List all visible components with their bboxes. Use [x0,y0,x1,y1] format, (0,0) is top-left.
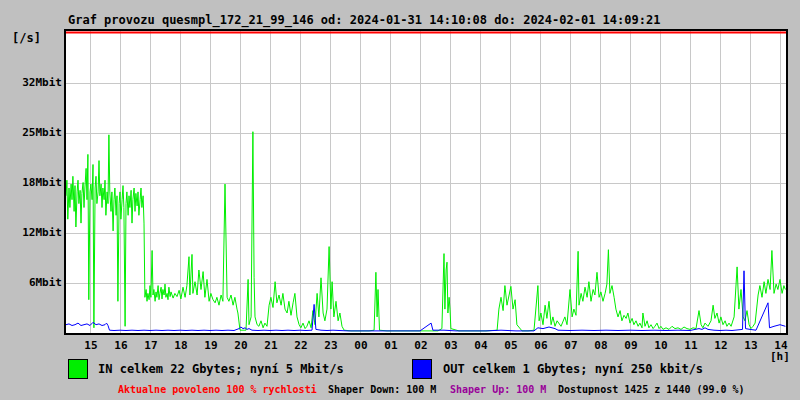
y-tick-label: 18Mbit [0,176,62,189]
x-tick-label: 12 [714,339,727,352]
x-tick-label: 10 [654,339,667,352]
x-tick-label: 01 [384,339,397,352]
plot-area [64,29,788,335]
traffic-chart [66,31,786,333]
out-traffic-line [66,271,785,331]
x-tick-label: 06 [534,339,547,352]
x-tick-label: 22 [294,339,307,352]
x-tick-label: 08 [594,339,607,352]
y-tick-label: 25Mbit [0,126,62,139]
x-tick-label: 16 [114,339,127,352]
x-tick-label: 02 [414,339,427,352]
in-legend-swatch [68,359,88,379]
x-tick-label: 05 [504,339,517,352]
limit-line [66,32,786,34]
y-tick-label: 32Mbit [0,76,62,89]
out-legend-label: OUT celkem 1 Gbytes; nyní 250 kbit/s [443,362,703,376]
traffic-graph-page: Graf provozu quesmpl_172_21_99_146 od: 2… [0,0,800,400]
y-axis-unit-label: [/s] [12,31,41,45]
x-tick-label: 00 [354,339,367,352]
x-tick-label: 03 [444,339,457,352]
x-tick-label: 20 [234,339,247,352]
x-tick-label: 21 [264,339,277,352]
x-tick-label: 17 [144,339,157,352]
y-tick-label: 12Mbit [0,226,62,239]
in-legend-label: IN celkem 22 Gbytes; nyní 5 Mbit/s [98,362,344,376]
page-title: Graf provozu quesmpl_172_21_99_146 od: 2… [68,13,660,27]
footer-allowed-speed: Aktualne povoleno 100 % rychlosti [118,384,317,395]
x-tick-label: 19 [204,339,217,352]
y-tick-label: 6Mbit [0,276,62,289]
footer-availability: Dostupnost 1425 z 1440 (99.0 %) [558,384,745,395]
x-tick-label: 07 [564,339,577,352]
out-legend-swatch [412,359,432,379]
x-axis-unit-label: [h] [770,350,790,363]
in-traffic-line [66,132,785,331]
footer-shaper-down: Shaper Down: 100 M [328,384,436,395]
x-tick-label: 23 [324,339,337,352]
x-tick-label: 11 [684,339,697,352]
x-tick-label: 13 [744,339,757,352]
x-tick-label: 18 [174,339,187,352]
x-tick-label: 15 [84,339,97,352]
x-tick-label: 04 [474,339,487,352]
x-tick-label: 09 [624,339,637,352]
footer-shaper-up: Shaper Up: 100 M [450,384,546,395]
